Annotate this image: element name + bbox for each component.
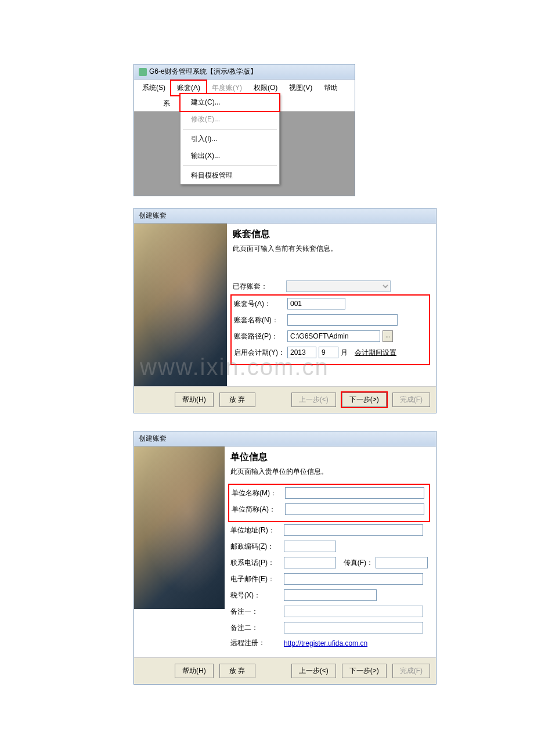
- zip-input[interactable]: [284, 541, 336, 552]
- abandon-button[interactable]: 放 弃: [219, 393, 255, 407]
- app-title: G6-e财务管理系统【演示/教学版】: [149, 67, 257, 77]
- fax-input[interactable]: [376, 557, 428, 568]
- reg-label: 远程注册：: [230, 638, 282, 648]
- help-button-2[interactable]: 帮助(H): [175, 664, 214, 678]
- menu-view[interactable]: 视图(V): [283, 81, 318, 95]
- section-heading: 账套信息: [233, 228, 428, 240]
- addr-label: 单位地址(R)：: [230, 525, 282, 535]
- period-settings-link[interactable]: 会计期间设置: [355, 348, 396, 358]
- dialog-title-2: 创建账套: [134, 431, 436, 447]
- unit-name-label: 单位名称(M)：: [232, 488, 283, 498]
- path-input[interactable]: [287, 330, 380, 342]
- unit-name-input[interactable]: [285, 487, 424, 499]
- dd-template[interactable]: 科目模板管理: [181, 167, 279, 184]
- highlighted-fields: 账套号(A)： 账套名称(N)： 账套路径(P)： ... 启用会计期(Y)：: [230, 294, 430, 365]
- month-suffix: 月: [341, 348, 348, 358]
- create-account-dialog-1: 创建账套 账套信息 此页面可输入当前有关账套信息。 已存账套： 账套号(A)：: [134, 208, 436, 413]
- browse-button[interactable]: ...: [383, 330, 393, 342]
- note2-label: 备注二：: [230, 623, 282, 633]
- zip-label: 邮政编码(Z)：: [230, 542, 282, 552]
- highlighted-fields-2: 单位名称(M)： 单位简称(A)：: [228, 484, 430, 522]
- existing-label: 已存账套：: [233, 282, 284, 291]
- accname-label: 账套名称(N)：: [234, 315, 285, 325]
- dd-create[interactable]: 建立(C)...: [179, 93, 280, 112]
- tel-label: 联系电话(P)：: [230, 558, 282, 568]
- section-desc-2: 此页面输入贵单位的单位信息。: [230, 467, 428, 477]
- menu-help[interactable]: 帮助: [318, 81, 344, 95]
- titlebar: G6-e财务管理系统【演示/教学版】: [134, 64, 355, 80]
- dd-export[interactable]: 输出(X)...: [181, 147, 279, 164]
- period-label: 启用会计期(Y)：: [234, 348, 285, 358]
- finish-button: 完成(F): [392, 393, 430, 407]
- dd-sep-2: [183, 165, 277, 166]
- month-input[interactable]: [319, 347, 338, 358]
- prev-button-2[interactable]: 上一步(<): [291, 664, 336, 678]
- unit-short-input[interactable]: [285, 503, 424, 515]
- finish-button-2: 完成(F): [392, 664, 430, 678]
- button-row-2: 帮助(H) 放 弃 上一步(<) 下一步(>) 完成(F): [134, 657, 436, 684]
- menu-system[interactable]: 系统(S): [136, 81, 171, 95]
- button-row: 帮助(H) 放 弃 上一步(<) 下一步(>) 完成(F): [134, 386, 436, 413]
- app-window: G6-e财务管理系统【演示/教学版】 系统(S) 账套(A) 年度账(Y) 权限…: [134, 64, 355, 196]
- section-heading-2: 单位信息: [230, 451, 428, 463]
- note2-input[interactable]: [284, 622, 423, 633]
- unit-short-label: 单位简称(A)：: [232, 505, 283, 514]
- next-button[interactable]: 下一步(>): [342, 393, 387, 407]
- next-button-2[interactable]: 下一步(>): [342, 664, 387, 678]
- abandon-button-2[interactable]: 放 弃: [219, 664, 255, 678]
- email-input[interactable]: [284, 573, 423, 585]
- fax-label: 传真(F)：: [338, 558, 373, 568]
- help-button[interactable]: 帮助(H): [175, 393, 214, 407]
- dd-modify: 修改(E)...: [181, 111, 279, 128]
- reg-link[interactable]: http://tregister.ufida.com.cn: [284, 639, 367, 647]
- side-image: [134, 224, 227, 386]
- section-desc: 此页面可输入当前有关账套信息。: [233, 244, 428, 254]
- accname-input[interactable]: [287, 314, 398, 326]
- account-dropdown: 建立(C)... 修改(E)... 引入(I)... 输出(X)... 科目模板…: [180, 93, 280, 185]
- side-image-2: [134, 447, 225, 609]
- email-label: 电子邮件(E)：: [230, 574, 282, 584]
- tax-input[interactable]: [284, 589, 377, 601]
- toolbar-fragment: 系: [140, 99, 170, 107]
- path-label: 账套路径(P)：: [234, 332, 285, 341]
- dd-import[interactable]: 引入(I)...: [181, 131, 279, 147]
- app-icon: [139, 68, 147, 76]
- create-account-dialog-2: 创建账套 单位信息 此页面输入贵单位的单位信息。 单位名称(M)： 单位简称(A…: [134, 431, 436, 685]
- tel-input[interactable]: [284, 557, 336, 568]
- accno-label: 账套号(A)：: [234, 299, 285, 309]
- dd-sep-1: [183, 129, 277, 129]
- dialog-title: 创建账套: [134, 208, 436, 224]
- addr-input[interactable]: [284, 524, 423, 536]
- tax-label: 税号(X)：: [230, 591, 282, 600]
- note1-input[interactable]: [284, 606, 423, 617]
- note1-label: 备注一：: [230, 607, 282, 617]
- accno-input[interactable]: [287, 298, 345, 309]
- year-input[interactable]: [287, 347, 316, 358]
- existing-select[interactable]: [286, 280, 391, 292]
- prev-button: 上一步(<): [291, 393, 336, 407]
